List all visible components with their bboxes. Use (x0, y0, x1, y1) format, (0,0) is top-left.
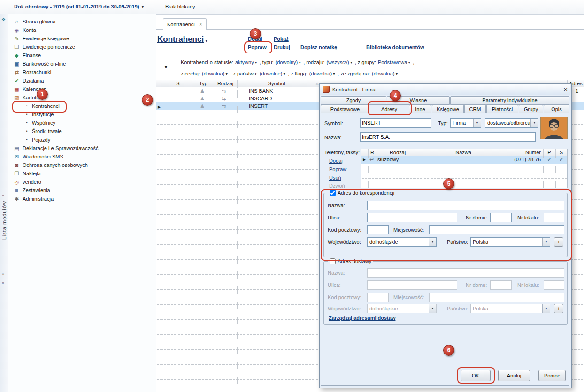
collapse-arrow-icon[interactable]: » (2, 193, 4, 198)
dostawa-miejscowosc-input[interactable] (429, 293, 564, 302)
anuluj-button[interactable]: Anuluj (498, 370, 530, 381)
typ-select[interactable]: Firma ▼ (450, 118, 481, 128)
pomoc-button[interactable]: Pomoc (538, 370, 566, 381)
filter-status[interactable]: aktywny▼ (235, 60, 258, 65)
sidebar-item-naklejki[interactable]: ❐Naklejki (8, 169, 156, 178)
column-separator (163, 87, 163, 392)
tab-kontrahenci[interactable]: Kontrahenci × (163, 18, 207, 30)
sidebar-item-pojazdy[interactable]: •Pojazdy (8, 136, 156, 144)
drukuj-link[interactable]: Drukuj (274, 45, 290, 50)
pokaz-link[interactable]: Pokaż (274, 36, 289, 42)
tab-crm[interactable]: CRM (464, 105, 486, 113)
sidebar-item-label: Bankowość on-line (23, 61, 66, 67)
dostawa-panstwo-select[interactable]: Polska ▼ (470, 304, 550, 313)
annotation-badge-5: 5 (443, 178, 454, 189)
column-header-s[interactable]: S (555, 150, 567, 156)
tab-podstawowe[interactable]: Podstawowe (321, 105, 369, 113)
sidebar-item-ewidencje-pomocnicze[interactable]: ❏Ewidencje pomocnicze (8, 43, 156, 51)
delete-phone-link[interactable]: Usuń (329, 175, 341, 181)
filter-flaga[interactable]: (dowolna)▼ (309, 71, 336, 76)
filter-zgoda[interactable]: (dowolna)▼ (372, 71, 398, 76)
sidebar-item-srodki-trwale[interactable]: •Środki trwałe (8, 127, 156, 136)
phone-row-selected[interactable]: ▶ ↩ służbowy (071) 78-76 ✔ ✔ (361, 156, 567, 164)
edit-phone-link[interactable]: Popraw (329, 166, 346, 172)
dostawa-wojewodztwo-select[interactable]: dolnośląskie ▼ (367, 304, 437, 313)
sidebar-item-label: Finanse (23, 53, 41, 58)
tab-close-icon[interactable]: × (199, 22, 202, 27)
sidebar-item-ewidencje-ksiegowe[interactable]: ✎Ewidencje księgowe (8, 34, 156, 43)
page-title[interactable]: Kontrahenci ▾ (157, 35, 207, 44)
column-header-symbol[interactable]: Symbol (237, 81, 316, 87)
annotation-badge-3: 3 (250, 28, 261, 39)
company-icon: ♟ (200, 88, 205, 95)
dial-phone-link[interactable]: Dzwoń (329, 183, 345, 188)
nazwa-input[interactable] (360, 132, 536, 142)
sidebar-item-ochrona-danych[interactable]: ◙Ochrona danych osobowych (8, 161, 156, 169)
supplier-recipient-icon: ⇆ (222, 103, 226, 110)
dostawa-ulica-input[interactable] (367, 280, 457, 290)
filter-rodzaj[interactable]: (wszyscy)▼ (326, 60, 353, 65)
collapse-arrow-icon[interactable]: » (2, 280, 4, 285)
sidebar-item-rozrachunki[interactable]: ⇄Rozrachunki (8, 68, 156, 76)
tab-inne[interactable]: Inne (409, 105, 431, 113)
column-header-r[interactable]: R (368, 150, 377, 156)
dialog-close-icon[interactable]: × (563, 86, 568, 93)
tab-ksiegowe[interactable]: Księgowe (432, 105, 464, 113)
divider (323, 146, 567, 146)
filter-collapse-icon[interactable]: ▼ (164, 65, 168, 69)
collapse-arrow-icon[interactable]: » (2, 272, 4, 277)
dostawa-nr-domu-input[interactable] (490, 280, 512, 290)
column-header-p[interactable]: P (543, 150, 555, 156)
filter-cecha[interactable]: (dowolna)▼ (202, 71, 228, 76)
filter-panstwo[interactable]: (dowolne)▼ (260, 71, 286, 76)
sidebar-item-zestawienia[interactable]: ≡Zestawienia (8, 186, 156, 195)
column-separator (368, 156, 369, 188)
column-separator (543, 156, 544, 188)
sidebar-item-wspolnicy[interactable]: •Wspólnicy (8, 119, 156, 127)
sidebar-item-kalendarz[interactable]: ▦Kalendarz (8, 85, 156, 93)
tab-parametry-indywidualne[interactable]: Parametry indywidualne (450, 96, 569, 105)
filter-grupa[interactable]: Podstawowa▼ (378, 60, 411, 65)
column-header-rodzaj[interactable]: Rodzaj (214, 81, 237, 87)
sidebar-item-administracja[interactable]: ✱Administracja (8, 195, 156, 203)
filter-typ[interactable]: (dowolny)▼ (276, 60, 302, 65)
manage-delivery-addresses-link[interactable]: Zarządzaj adresami dostaw (329, 315, 395, 321)
check-icon: ✔ (555, 157, 567, 162)
sidebar-item-konta[interactable]: ◉Konta (8, 26, 156, 34)
add-country-button[interactable]: + (554, 304, 563, 313)
column-separator (377, 149, 377, 156)
column-header-s[interactable]: S (163, 81, 193, 87)
column-separator (377, 156, 377, 188)
nazwa-label: Nazwa: (328, 270, 345, 276)
module-strip[interactable]: ❖ » Lista modułów » » (0, 14, 9, 392)
kod-pocztowy-label: Kod pocztowy: (328, 294, 361, 300)
add-phone-link[interactable]: Dodaj (329, 158, 343, 164)
filter-label: , z państwa: (230, 71, 258, 76)
dostawa-nazwa-input[interactable] (367, 268, 564, 278)
tab-platnosci[interactable]: Płatności (486, 105, 518, 113)
tab-opis[interactable]: Opis (544, 105, 569, 113)
column-header-numer[interactable]: Numer (508, 150, 541, 156)
biblioteka-dokumentow-link[interactable]: Biblioteka dokumentów (366, 45, 424, 50)
column-header-nazwa[interactable]: Nazwa (419, 150, 508, 156)
dostawa-nr-lokalu-input[interactable] (544, 280, 564, 290)
sidebar-item-bankowosc-on-line[interactable]: ▣Bankowość on-line (8, 60, 156, 68)
sidebar-item-vendero[interactable]: ◎vendero (8, 178, 156, 186)
sidebar-item-finanse[interactable]: ◆Finanse (8, 51, 156, 60)
dialog-title-bar[interactable]: Kontrahent - Firma × (320, 84, 570, 95)
rola-select[interactable]: dostawca/odbiorca ▼ (485, 118, 538, 128)
column-header-rodzaj[interactable]: Rodzaj (377, 150, 419, 156)
dostawa-kod-input[interactable] (367, 293, 389, 302)
column-header-typ[interactable]: Typ (193, 81, 214, 87)
sidebar-item-wiadomosci-sms[interactable]: ✉Wiadomości SMS (8, 152, 156, 161)
sidebar-item-strona-glowna[interactable]: ⌂Strona główna (8, 17, 156, 26)
phones-table-header: R Rodzaj Nazwa Numer P S (361, 149, 567, 157)
symbol-input[interactable] (360, 118, 431, 128)
sidebar-item-deklaracje[interactable]: ▤Deklaracje i e-Sprawozdawczość (8, 144, 156, 152)
lock-status-link[interactable]: Brak blokady (165, 4, 195, 9)
dopisz-notatke-link[interactable]: Dopisz notatkę (300, 45, 337, 50)
tab-grupy[interactable]: Grupy (519, 105, 543, 113)
avatar[interactable] (540, 117, 568, 139)
sidebar-item-dzialania[interactable]: ✔Działania (8, 76, 156, 85)
fiscal-year-selector[interactable]: Rok obrotowy - 2019 (od 01-01-2019 do 30… (14, 4, 144, 9)
